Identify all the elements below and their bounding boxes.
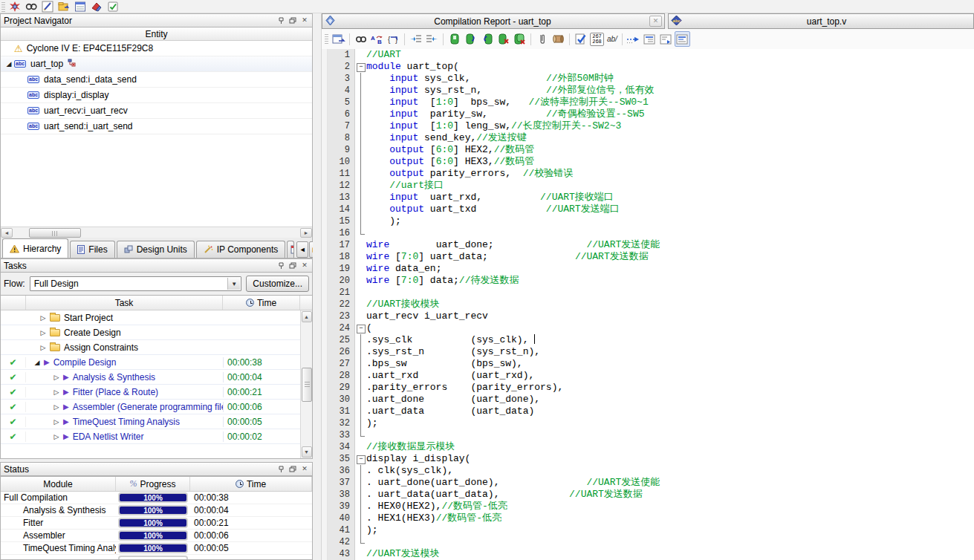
code-line[interactable]: 34//接收数据显示模块 [322,441,974,453]
code-line[interactable]: 35display i_display( [322,453,974,465]
scroll-up-icon[interactable]: ▲ [302,311,312,322]
code-line[interactable]: 12 //uart接口 [322,180,974,192]
word-toggle[interactable]: ab/ [605,35,619,43]
code-line[interactable]: 39. HEX0(HEX2),//数码管-低亮 [322,501,974,512]
tabs-scroll-left-icon[interactable]: ◄ [296,241,308,258]
tab-ip-components[interactable]: IP Components [196,241,286,258]
code-line[interactable]: 4 input sys_rst_n, //外部复位信号，低有效 [322,85,974,97]
goto-line-indicator[interactable]: 267268 [589,31,605,47]
tab-hierarchy[interactable]: Hierarchy [2,238,68,258]
code-line[interactable]: 11 output parity_errors, //校验错误 [322,168,974,180]
pin-icon[interactable] [276,16,285,25]
edit-icon[interactable] [39,0,56,13]
bookmark-delete-all-icon[interactable] [512,31,527,47]
new-compile-icon[interactable] [7,0,23,13]
task-row[interactable]: ▷Start Project [1,310,300,325]
code-line[interactable]: 21 [322,287,974,299]
comment-check-icon[interactable] [573,31,588,47]
code-line[interactable]: 10 output [6:0] HEX3,//数码管 [322,156,974,168]
fold-collapse-icon[interactable] [355,453,366,465]
code-line[interactable]: 36. clk(sys_clk), [322,465,974,477]
code-line[interactable]: 28.uart_rxd (uart_rxd), [322,370,974,382]
scroll-left-icon[interactable]: ◄ [1,228,13,238]
tasks-vertical-scrollbar[interactable]: ▲ ▼ [300,310,312,458]
close-icon[interactable]: ✕ [300,261,309,270]
code-line[interactable]: 22//UART接收模块 [322,299,974,310]
bookmark-icon[interactable] [447,31,462,47]
open-project-icon[interactable] [56,0,72,13]
task-row[interactable]: ✔▷▶Analysis & Synthesis00:00:04 [1,370,300,385]
verify-icon[interactable] [105,0,121,13]
tree-horizontal-scrollbar[interactable]: ◄ ► [1,227,312,238]
expander-icon[interactable]: ▷ [38,314,48,322]
code-line[interactable]: 1//UART [322,49,974,61]
expander-icon[interactable]: ◢ [4,60,14,68]
code-line[interactable]: 29.parity_errors (parity_errors), [322,382,974,394]
code-line[interactable]: 23uart_recv i_uart_recv [322,310,974,322]
bookmark-prev-icon[interactable] [479,31,495,47]
task-row[interactable]: ✔▷▶EDA Netlist Writer00:00:02 [1,429,300,444]
attach-icon[interactable] [534,31,550,47]
code-line[interactable]: 20wire [7:0] data;//待发送数据 [322,275,974,287]
code-line[interactable]: 2module uart_top( [322,61,974,73]
flow-dropdown[interactable]: Full Design ▼ [30,276,242,291]
close-icon[interactable]: ✕ [300,16,309,25]
code-line[interactable]: 9 output [6:0] HEX2,//数码管 [322,144,974,156]
panel-splitter[interactable] [313,13,322,560]
entity-instance-row[interactable]: abcdata_send:i_data_send [1,72,312,88]
expander-icon[interactable]: ▷ [38,329,48,336]
tab-files[interactable]: Files [70,241,114,258]
code-line[interactable]: 43//UART发送模块 [322,548,974,560]
export-report-icon[interactable] [331,31,346,47]
customize-button[interactable]: Customize... [246,276,309,292]
code-line[interactable]: 30.uart_done (uart_done), [322,394,974,406]
code-line[interactable]: 3 input sys_clk, //外部50M时钟 [322,73,974,85]
scroll-right-icon[interactable]: ► [300,228,312,238]
goto-arrow-icon[interactable] [626,31,641,47]
expander-icon[interactable]: ▷ [51,418,62,426]
code-line[interactable]: 27.bps_sw (bps_sw), [322,358,974,370]
code-line[interactable]: 5 input [1:0] bps_sw, //波特率控制开关--SW0~1 [322,97,974,108]
close-icon[interactable]: ✕ [300,465,309,474]
entity-instance-row[interactable]: abcdisplay:i_display [1,88,312,103]
code-line[interactable]: 31.uart_data (uart_data) [322,406,974,417]
report-window-icon[interactable] [72,0,88,13]
expander-icon[interactable]: ▷ [38,344,48,351]
indent-icon[interactable] [408,31,423,47]
code-line[interactable]: 17wire uart_done; //UART发送使能 [322,239,974,251]
float-icon[interactable] [288,261,297,270]
code-editor[interactable]: 1//UART2module uart_top(3 input sys_clk,… [322,49,974,560]
bookmark-next-icon[interactable] [463,31,478,47]
find-replace-icon[interactable]: AB [369,31,385,47]
code-line[interactable]: 37. uart_done(uart_done), //UART发送使能 [322,477,974,489]
expander-icon[interactable]: ▷ [51,374,62,381]
block-indent-icon[interactable] [658,31,674,47]
code-line[interactable]: 33 [322,429,974,441]
expander-icon[interactable]: ◢ [32,359,42,366]
code-line[interactable]: 32); [322,417,974,429]
code-line[interactable]: 13 input uart_rxd, //UART接收端口 [322,192,974,204]
code-line[interactable]: 41); [322,524,974,536]
expander-icon[interactable]: ▷ [51,433,62,440]
task-row[interactable]: ▷Assign Constraints [1,340,300,355]
code-line[interactable]: 6 input parity_sw, //奇偶检验设置--SW5 [322,108,974,120]
expander-icon[interactable]: ▷ [51,388,62,396]
tab-revisions-partial[interactable]: 1 [287,241,294,258]
code-line[interactable]: 7 input [1:0] leng_sw,//长度控制开关--SW2~3 [322,120,974,132]
task-row[interactable]: ▷Create Design [1,325,300,340]
task-row[interactable]: ✔▷▶TimeQuest Timing Analysis00:00:05 [1,414,300,429]
expander-icon[interactable]: ▷ [51,403,62,411]
entity-instance-row[interactable]: abcuart_recv:i_uart_recv [1,103,312,119]
scroll-thumb[interactable] [29,228,81,238]
bookmark-delete-icon[interactable] [496,31,511,47]
code-line[interactable]: 42 [322,536,974,548]
task-row[interactable]: ✔▷▶Fitter (Place & Route)00:00:21 [1,385,300,400]
float-icon[interactable] [288,16,297,25]
code-line[interactable]: 16 [322,227,974,239]
code-line[interactable]: 15 ); [322,215,974,227]
code-line[interactable]: 38. uart_data(uart_data), //UART发送数据 [322,489,974,501]
clear-icon[interactable] [88,0,105,13]
code-line[interactable]: 14 output uart_txd //UART发送端口 [322,204,974,215]
device-row[interactable]: ⚠ Cyclone IV E: EP4CE115F29C8 [1,41,312,56]
pin-icon[interactable] [276,261,285,270]
